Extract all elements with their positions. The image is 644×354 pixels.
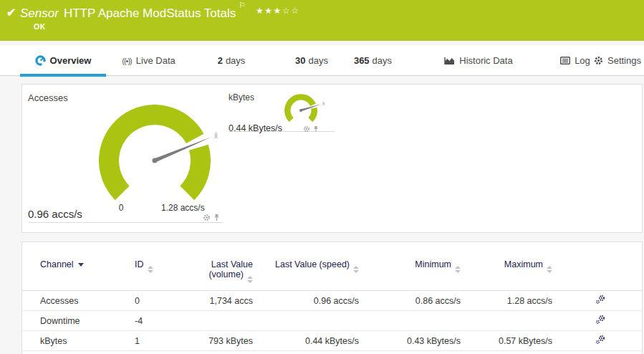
tab-historic-data[interactable]: Historic Data: [436, 45, 522, 76]
gear-icon[interactable]: [303, 125, 310, 133]
gauge-current-value: 0.44 kBytes/s: [229, 123, 282, 133]
tab-settings[interactable]: Settings: [592, 45, 643, 76]
gear-icon: [594, 56, 603, 65]
cell-maximum: 1.28 accs/s: [466, 291, 558, 311]
gauges-panel: Accesses x̄ 0.96 accs/s 0 1.28 accs/s: [21, 84, 643, 233]
cell-actions: [558, 331, 643, 351]
channel-settings-gears-icon[interactable]: [595, 295, 606, 305]
tab-overview[interactable]: Overview: [20, 45, 106, 76]
cell-maximum: [466, 311, 558, 331]
gauge-widget-toolbar: [203, 214, 220, 221]
gauge-title: kBytes: [229, 92, 254, 102]
tab-label: Live Data: [136, 55, 176, 66]
status-badge: OK: [34, 22, 46, 31]
channel-settings-gears-icon[interactable]: [595, 335, 606, 345]
prtg-sensor-page: ✔ SensorHTTP Apache ModStatus Totals⚐★★★…: [0, 0, 644, 354]
table-header-row: Channel ID Last Value (volume) Last Valu…: [22, 257, 643, 291]
column-header-maximum[interactable]: Maximum: [466, 257, 558, 291]
tab-number: 2: [218, 55, 223, 66]
cell-last-volume: 793 kBytes: [194, 331, 259, 351]
table-row-accesses: Accesses 0 1,734 accs 0.96 accs/s 0.86 a…: [22, 291, 643, 311]
page-title: HTTP Apache ModStatus Totals: [64, 6, 236, 20]
cell-channel[interactable]: kBytes: [22, 331, 130, 351]
sensor-header: ✔ SensorHTTP Apache ModStatus Totals⚐★★★…: [0, 0, 644, 41]
avg-marker: x̄: [214, 132, 218, 140]
tab-label: days: [309, 55, 328, 66]
gauge-max-label: 1.28 accs/s: [161, 203, 205, 213]
gauge-icon: [35, 55, 46, 66]
accesses-gauge-chart: x̄: [83, 100, 226, 221]
cell-minimum: 0.43 kBytes/s: [366, 331, 466, 351]
cell-minimum: [366, 311, 466, 331]
cell-id: 1: [130, 331, 194, 351]
tab-label: Settings: [607, 55, 641, 66]
channel-settings-gears-icon[interactable]: [595, 315, 606, 325]
column-header-last-value-volume[interactable]: Last Value (volume): [194, 257, 259, 291]
sort-icon: [148, 266, 153, 273]
avg-marker: x̄: [322, 101, 325, 106]
status-ok-check-icon: ✔: [6, 6, 16, 19]
gauge-min-label: 0: [112, 203, 130, 213]
column-header-actions: [558, 257, 643, 291]
priority-stars[interactable]: ★★★☆☆: [256, 6, 299, 16]
column-header-last-value-speed[interactable]: Last Value (speed): [259, 257, 366, 291]
sort-desc-icon: [78, 263, 84, 267]
sort-icon: [455, 266, 461, 273]
cell-actions: [558, 311, 643, 331]
gauge-current-value: 0.96 accs/s: [28, 208, 82, 220]
sort-icon: [247, 276, 253, 283]
cell-channel[interactable]: Downtime: [22, 311, 130, 331]
tab-number: 30: [295, 55, 305, 66]
log-icon: [560, 57, 570, 64]
cell-last-volume: 1,734 accs: [194, 291, 259, 311]
tab-label: days: [226, 55, 245, 66]
stars-filled: ★★★: [256, 6, 282, 16]
sort-icon: [547, 266, 552, 273]
gauge-widget-toolbar: [303, 125, 319, 133]
channels-table: Channel ID Last Value (volume) Last Valu…: [22, 257, 643, 351]
flag-icon[interactable]: ⚐: [239, 1, 246, 9]
tab-2-days[interactable]: 2 days: [210, 45, 253, 76]
channels-table-panel: Channel ID Last Value (volume) Last Valu…: [21, 241, 643, 354]
gauge-widget-kbytes: kBytes x̄ 0.44 kBytes/s: [229, 90, 335, 132]
cell-maximum: 0.57 kBytes/s: [466, 331, 558, 351]
pin-icon[interactable]: [213, 214, 220, 221]
column-header-id[interactable]: ID: [130, 257, 194, 291]
tab-label: Log: [575, 55, 590, 66]
cell-last-speed: 0.44 kBytes/s: [259, 331, 366, 351]
column-header-minimum[interactable]: Minimum: [366, 257, 466, 291]
tab-365-days[interactable]: 365 days: [346, 45, 400, 76]
cell-id: -4: [130, 311, 194, 331]
cell-last-speed: 0.96 accs/s: [259, 291, 366, 311]
object-type-label: Sensor: [20, 6, 59, 20]
cell-last-speed: [259, 311, 366, 331]
cell-channel[interactable]: Accesses: [22, 291, 130, 311]
pin-icon[interactable]: [313, 125, 319, 133]
gauge-widget-accesses: Accesses x̄ 0.96 accs/s 0 1.28 accs/s: [28, 90, 223, 223]
sensor-title-line: SensorHTTP Apache ModStatus Totals⚐★★★☆☆: [20, 5, 299, 21]
column-header-channel[interactable]: Channel: [22, 257, 130, 291]
area-chart-icon: [444, 57, 455, 65]
table-row-kbytes: kBytes 1 793 kBytes 0.44 kBytes/s 0.43 k…: [22, 331, 643, 351]
tab-live-data[interactable]: ((•)) Live Data: [115, 45, 183, 76]
tab-number: 365: [354, 55, 370, 66]
sort-icon: [353, 266, 359, 273]
tab-label: Historic Data: [459, 55, 512, 66]
cell-id: 0: [130, 291, 194, 311]
stars-empty: ☆☆: [282, 6, 300, 16]
sensor-tabbar: Overview ((•)) Live Data 2 days 30 days …: [0, 45, 644, 76]
cell-last-volume: [194, 311, 259, 331]
gear-icon[interactable]: [203, 214, 211, 221]
tab-label: Overview: [50, 55, 92, 66]
table-row-downtime: Downtime -4: [22, 311, 643, 331]
tab-30-days[interactable]: 30 days: [290, 45, 333, 76]
tab-label: days: [373, 55, 392, 66]
kbytes-gauge-chart: x̄: [275, 90, 327, 133]
tab-log[interactable]: Log: [555, 45, 595, 76]
broadcast-icon: ((•)): [122, 57, 132, 65]
cell-minimum: 0.86 accs/s: [366, 291, 466, 311]
gauge-title: Accesses: [28, 92, 68, 103]
cell-actions: [558, 291, 643, 311]
